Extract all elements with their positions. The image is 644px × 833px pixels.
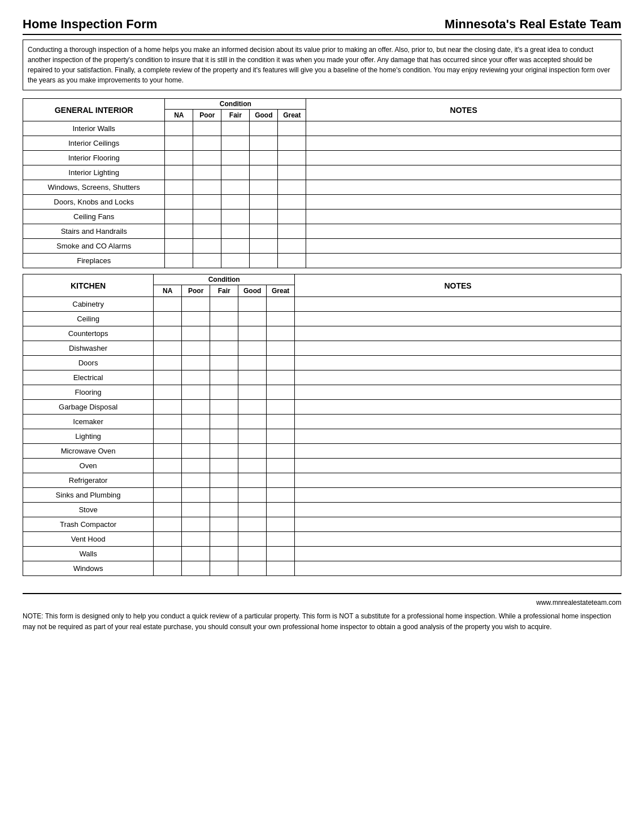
check-na[interactable]	[154, 356, 182, 370]
check-fair[interactable]	[210, 385, 238, 400]
notes-field[interactable]	[295, 517, 621, 532]
check-poor[interactable]	[182, 370, 210, 385]
check-poor[interactable]	[182, 326, 210, 341]
check-great[interactable]	[267, 312, 295, 326]
check-poor[interactable]	[182, 547, 210, 561]
notes-field[interactable]	[295, 326, 621, 341]
notes-field[interactable]	[295, 473, 621, 488]
notes-field[interactable]	[295, 444, 621, 459]
check-na[interactable]	[154, 312, 182, 326]
check-na[interactable]	[154, 415, 182, 429]
check-great[interactable]	[278, 151, 306, 165]
check-na[interactable]	[154, 459, 182, 473]
notes-field[interactable]	[295, 297, 621, 312]
check-poor[interactable]	[182, 561, 210, 576]
check-good[interactable]	[238, 488, 267, 503]
check-na[interactable]	[165, 180, 193, 195]
check-na[interactable]	[154, 385, 182, 400]
check-good[interactable]	[250, 121, 278, 136]
notes-field[interactable]	[295, 341, 621, 356]
check-poor[interactable]	[182, 312, 210, 326]
check-great[interactable]	[267, 341, 295, 356]
notes-field[interactable]	[306, 195, 621, 210]
check-fair[interactable]	[221, 210, 250, 224]
check-great[interactable]	[267, 488, 295, 503]
check-na[interactable]	[165, 165, 193, 180]
check-fair[interactable]	[210, 429, 238, 444]
check-great[interactable]	[278, 254, 306, 268]
check-good[interactable]	[250, 239, 278, 254]
check-good[interactable]	[238, 370, 267, 385]
check-good[interactable]	[238, 326, 267, 341]
check-na[interactable]	[154, 503, 182, 517]
notes-field[interactable]	[306, 180, 621, 195]
check-fair[interactable]	[221, 254, 250, 268]
check-good[interactable]	[250, 210, 278, 224]
check-good[interactable]	[250, 136, 278, 151]
check-fair[interactable]	[221, 224, 250, 239]
check-great[interactable]	[267, 444, 295, 459]
check-fair[interactable]	[210, 370, 238, 385]
check-poor[interactable]	[193, 254, 221, 268]
check-poor[interactable]	[193, 224, 221, 239]
notes-field[interactable]	[295, 459, 621, 473]
check-poor[interactable]	[182, 415, 210, 429]
check-good[interactable]	[238, 532, 267, 547]
check-good[interactable]	[238, 547, 267, 561]
check-na[interactable]	[154, 561, 182, 576]
notes-field[interactable]	[295, 503, 621, 517]
check-poor[interactable]	[193, 210, 221, 224]
check-fair[interactable]	[210, 326, 238, 341]
check-fair[interactable]	[221, 195, 250, 210]
check-great[interactable]	[267, 356, 295, 370]
check-na[interactable]	[165, 195, 193, 210]
check-fair[interactable]	[210, 415, 238, 429]
check-great[interactable]	[267, 415, 295, 429]
check-na[interactable]	[154, 517, 182, 532]
check-fair[interactable]	[210, 503, 238, 517]
check-fair[interactable]	[221, 165, 250, 180]
check-good[interactable]	[250, 224, 278, 239]
check-poor[interactable]	[182, 503, 210, 517]
check-great[interactable]	[278, 165, 306, 180]
check-good[interactable]	[238, 503, 267, 517]
check-good[interactable]	[238, 473, 267, 488]
check-good[interactable]	[238, 459, 267, 473]
check-great[interactable]	[267, 517, 295, 532]
check-na[interactable]	[154, 341, 182, 356]
check-good[interactable]	[238, 415, 267, 429]
check-fair[interactable]	[210, 488, 238, 503]
check-na[interactable]	[165, 239, 193, 254]
check-poor[interactable]	[193, 239, 221, 254]
check-great[interactable]	[278, 239, 306, 254]
check-na[interactable]	[165, 121, 193, 136]
notes-field[interactable]	[295, 488, 621, 503]
check-great[interactable]	[267, 473, 295, 488]
check-poor[interactable]	[182, 532, 210, 547]
check-fair[interactable]	[210, 532, 238, 547]
check-good[interactable]	[250, 151, 278, 165]
check-great[interactable]	[278, 121, 306, 136]
check-na[interactable]	[154, 547, 182, 561]
check-good[interactable]	[238, 356, 267, 370]
check-fair[interactable]	[221, 151, 250, 165]
check-na[interactable]	[165, 224, 193, 239]
check-na[interactable]	[154, 488, 182, 503]
check-poor[interactable]	[182, 341, 210, 356]
check-poor[interactable]	[193, 121, 221, 136]
notes-field[interactable]	[295, 356, 621, 370]
check-great[interactable]	[278, 210, 306, 224]
check-fair[interactable]	[210, 341, 238, 356]
check-poor[interactable]	[182, 517, 210, 532]
notes-field[interactable]	[295, 312, 621, 326]
notes-field[interactable]	[295, 561, 621, 576]
check-great[interactable]	[278, 180, 306, 195]
check-great[interactable]	[267, 326, 295, 341]
check-good[interactable]	[238, 400, 267, 415]
check-na[interactable]	[154, 370, 182, 385]
check-poor[interactable]	[182, 488, 210, 503]
notes-field[interactable]	[295, 429, 621, 444]
check-great[interactable]	[267, 400, 295, 415]
check-poor[interactable]	[193, 195, 221, 210]
check-poor[interactable]	[182, 400, 210, 415]
